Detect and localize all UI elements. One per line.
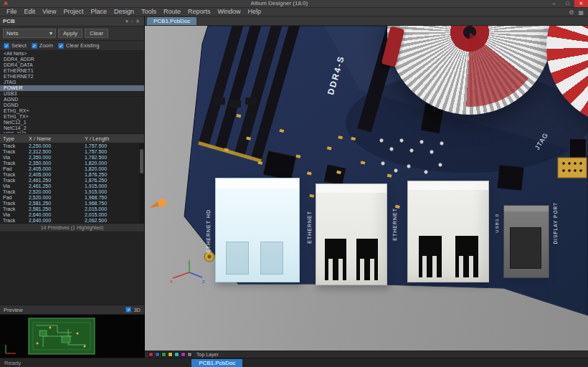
net-item[interactable]: ETH1_TX+: [0, 114, 144, 120]
3d-viewport[interactable]: DDR4-S ETHERNET HD ETHERNET ETHERNET USB…: [145, 26, 588, 351]
menu-item[interactable]: Place: [87, 8, 110, 16]
preview-3d-toggle[interactable]: ✓ 3D: [125, 307, 141, 313]
panel-close-icon[interactable]: ✕: [134, 19, 141, 24]
option-checkbox[interactable]: ✓ Clear Existing: [58, 42, 99, 49]
grid-col-type[interactable]: Type: [0, 135, 26, 142]
panel-options: ✓ Select ✓ Zoom ✓ Clear Existing: [0, 41, 144, 51]
displayport-connector[interactable]: [503, 205, 549, 278]
net-class-item[interactable]: ETHERNET2: [0, 74, 144, 80]
pcb-panel-header: PCB ▾ ▫ ✕: [0, 16, 144, 27]
main-area: PCB1.PcbDoc: [145, 16, 588, 358]
net-class-item[interactable]: DDR4_DATA: [0, 62, 144, 68]
grid-row[interactable]: Via 2,461.250 1,915.000: [0, 184, 144, 189]
layer-color-chip[interactable]: [181, 352, 186, 357]
grid-row[interactable]: Pad 2,520.000 1,968.750: [0, 195, 144, 201]
net-class-item[interactable]: USB3: [0, 91, 144, 97]
axis-gizmo[interactable]: X Y Z: [169, 258, 207, 290]
net-class-item[interactable]: JTAG: [0, 80, 144, 85]
net-item[interactable]: DGND: [0, 103, 144, 108]
layer-color-chip[interactable]: [187, 352, 192, 357]
silkscreen-ethernet-1: ETHERNET: [307, 211, 312, 244]
grid-row[interactable]: Pad 2,405.000 1,820.000: [0, 166, 144, 172]
document-tab[interactable]: PCB1.PcbDoc: [147, 17, 196, 25]
toggle-check-icon: ✓: [125, 307, 131, 313]
port-contact: [432, 256, 437, 277]
preview-header: Preview ✓ 3D: [0, 305, 144, 315]
panel-mode-dropdown[interactable]: Nets ▾: [3, 29, 56, 38]
layer-color-chip[interactable]: [168, 352, 173, 357]
grid-row[interactable]: Via 2,640.000 2,015.000: [0, 212, 144, 218]
net-class-item[interactable]: DDR4_ADDR: [0, 57, 144, 62]
status-doc-badge[interactable]: PCB1.PcbDoc: [191, 359, 242, 367]
grid-col-x[interactable]: X / Name: [26, 135, 82, 142]
axis-x-label: X: [170, 280, 173, 284]
net-class-item[interactable]: ETHERNET1: [0, 68, 144, 74]
grid-row[interactable]: Track 2,312.500 1,757.500: [0, 149, 144, 155]
displayport-slot: [510, 227, 541, 269]
net-item[interactable]: AGND: [0, 97, 144, 103]
menu-item[interactable]: Route: [160, 8, 184, 16]
layer-color-chip[interactable]: [174, 352, 179, 357]
layer-color-chip[interactable]: [161, 352, 166, 357]
menu-item[interactable]: Project: [60, 8, 87, 16]
silkscreen-usb3: USB3.0: [495, 214, 499, 233]
jtag-header[interactable]: [558, 158, 587, 178]
silkscreen-ethernet-hd: ETHERNET HD: [206, 209, 211, 253]
layer-color-chip[interactable]: [155, 352, 160, 357]
net-item[interactable]: ETH1_RX+: [0, 108, 144, 114]
minimize-button[interactable]: –: [547, 0, 561, 7]
grid-row[interactable]: Track 2,405.000 1,876.250: [0, 172, 144, 178]
clear-button[interactable]: Clear: [85, 29, 108, 38]
rj45-port: [419, 236, 442, 277]
grid-row[interactable]: Via 2,350.000 1,782.500: [0, 155, 144, 161]
apply-button[interactable]: Apply: [58, 29, 82, 38]
grid-row[interactable]: Track 2,461.250 1,876.250: [0, 178, 144, 184]
grid-col-y[interactable]: Y / Length: [82, 135, 140, 142]
grid-row[interactable]: Track 2,581.250 2,015.000: [0, 206, 144, 212]
rj45-port: [455, 236, 478, 277]
menu-item[interactable]: Reports: [184, 8, 214, 16]
pcb-panel: PCB ▾ ▫ ✕ Nets ▾ Apply Clear ✓ Select: [0, 16, 145, 358]
ethernet-connector-2[interactable]: [407, 181, 489, 282]
menu-item[interactable]: View: [39, 8, 60, 16]
grid-row[interactable]: Track 2,520.000 1,915.000: [0, 189, 144, 195]
mini-board: [29, 318, 95, 354]
grid-row[interactable]: Track 2,581.250 1,968.750: [0, 201, 144, 206]
menu-item[interactable]: Window: [214, 8, 245, 16]
pcb-panel-toolbar: Nets ▾ Apply Clear: [0, 27, 144, 41]
active-layer-label[interactable]: Top Layer: [196, 351, 219, 358]
menu-item[interactable]: Help: [245, 8, 265, 16]
net-item[interactable]: NetC14_2: [0, 125, 144, 131]
grid-view-icon[interactable]: ▦: [578, 9, 584, 16]
grid-scrollbar[interactable]: [139, 143, 144, 224]
primitives-grid-header: Type X / Name Y / Length: [0, 134, 144, 143]
option-checkbox[interactable]: ✓ Zoom: [32, 42, 53, 49]
status-bar: Ready PCB1.PcbDoc: [0, 358, 588, 367]
connector-slot: [226, 242, 249, 275]
title-bar: A Altium Designer (18.0) – □ ✕: [0, 0, 588, 8]
grid-row[interactable]: Track 2,350.000 1,820.000: [0, 161, 144, 166]
menu-item[interactable]: File: [3, 8, 21, 16]
ethernet-connector-1[interactable]: [316, 184, 387, 285]
grid-row[interactable]: Track 2,640.000 2,062.500: [0, 218, 144, 224]
chevron-down-icon[interactable]: ▾: [124, 19, 130, 24]
primitives-empty-area: [0, 232, 144, 305]
maximize-button[interactable]: □: [561, 0, 574, 7]
connector-slot: [260, 242, 283, 275]
close-button[interactable]: ✕: [574, 0, 588, 7]
net-class-item[interactable]: POWER: [0, 85, 144, 91]
option-checkbox[interactable]: ✓ Select: [4, 42, 27, 49]
menu-item[interactable]: Edit: [21, 8, 39, 16]
menu-item[interactable]: Tools: [138, 8, 160, 16]
grid-scrollbar-thumb[interactable]: [140, 149, 143, 173]
net-item[interactable]: NetC12_1: [0, 120, 144, 125]
grid-row[interactable]: Track 2,250.000 1,757.500: [0, 143, 144, 149]
axis-y-label: Y: [187, 261, 190, 265]
board-preview[interactable]: [0, 315, 144, 358]
ethernet-hd-connector[interactable]: [215, 178, 300, 282]
net-class-item[interactable]: <All Nets>: [0, 51, 144, 57]
menu-item[interactable]: Design: [110, 8, 138, 16]
layer-color-chip[interactable]: [148, 352, 153, 357]
nets-list: AGNDDGNDETH1_RX+ETH1_TX+NetC12_1NetC14_2…: [0, 97, 144, 134]
gear-icon[interactable]: ⚙: [569, 9, 574, 16]
